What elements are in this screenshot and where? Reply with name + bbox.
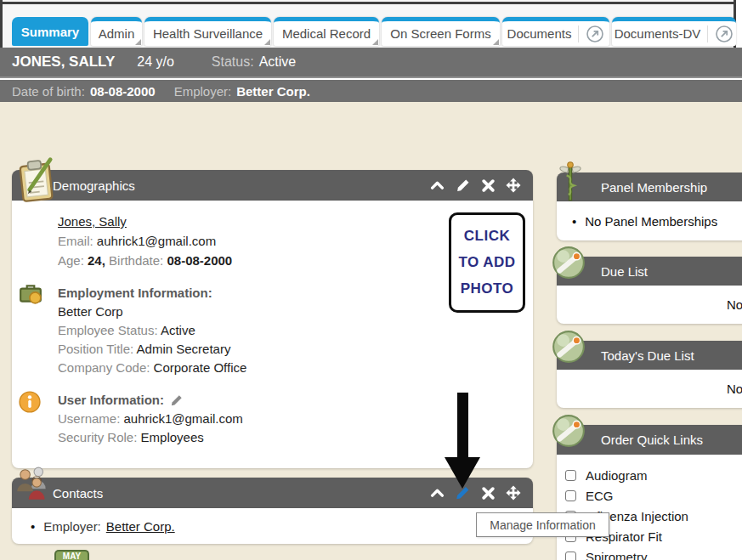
order-quick-links-body: Audiogram ECG Influenza Injection Respir… [557,455,742,560]
submenu-fold-icon [372,39,378,45]
tab-documents-dv[interactable]: Documents-DV [612,17,736,46]
panel-membership-empty-text: No Panel Memberships [585,214,717,229]
photo-line: CLICK [464,228,510,245]
username-label: Username: [58,411,120,426]
demographics-panel-header[interactable]: Demographics [12,170,533,201]
employer-value: Better Corp. [236,84,310,99]
patient-name-link[interactable]: Jones, Sally [58,214,127,229]
move-icon[interactable] [506,178,521,193]
order-item-label: Audiogram [586,468,648,483]
order-item-row: Audiogram [557,465,742,485]
contacts-panel-body: • Employer: Better Corp. [12,508,533,544]
tab-label: Documents-DV [615,26,701,41]
external-link-circle-icon[interactable] [715,25,734,43]
company-code-value: Corporate Office [154,360,247,375]
info-icon [19,391,41,416]
tooltip-text: Manage Information [490,518,596,532]
patient-age: 24 y/o [137,54,174,70]
orb-thermometer-icon [551,245,586,284]
status-label: Status: [212,54,254,70]
bullet: • [31,519,35,534]
birthdate-label: Birthdate: [109,253,163,268]
tab-label: Documents [507,26,572,41]
bullet: • [572,214,576,229]
down-arrow-pointer [441,391,484,495]
checkbox[interactable] [565,552,576,560]
tab-summary[interactable]: Summary [12,17,88,46]
contact-list-item: • Employer: Better Corp. [12,508,533,544]
position-title-value: Admin Secretary [137,342,231,356]
tab-label: Health Surveillance [153,26,263,41]
tooltip: Manage Information [476,512,609,537]
top-border-line [0,2,736,4]
security-role-label: Security Role: [58,430,137,444]
order-item-label: ECG [586,489,614,503]
tab-label: On Screen Forms [390,26,490,41]
patient-header-bar: JONES, SALLY 24 y/o Status: Active [0,48,742,78]
order-item-row: Spirometry [557,546,742,560]
app-window: Summary Admin Health Surveillance Medica… [0,0,742,560]
submenu-fold-icon [264,39,270,45]
username-value: auhrick1@gmail.com [124,411,243,426]
orb-thermometer-icon [551,329,586,368]
tab-label: Admin [99,26,135,41]
clipboard-icon [15,158,58,207]
todays-due-list-empty-text: No [727,370,742,408]
dob-value: 08-08-2000 [90,84,156,99]
todays-due-list-body: No [557,370,742,408]
employee-status-label: Employee Status: [58,323,158,337]
age-value: 24, [88,253,105,268]
briefcase-icon [19,282,42,307]
order-item-label: Spirometry [586,550,648,560]
email-label: Email: [58,234,93,248]
submenu-fold-icon [493,39,499,45]
user-info-heading: User Information: [58,391,164,410]
patient-subheader-bar: Date of birth: 08-08-2000 Employer: Bett… [0,80,742,102]
tab-health-surveillance[interactable]: Health Surveillance [144,17,271,46]
family-icon [14,464,53,508]
external-link-circle-icon[interactable] [586,25,604,43]
company-code-label: Company Code: [58,360,150,375]
checkbox[interactable] [565,470,576,481]
tab-divider [707,25,708,42]
add-photo-button[interactable]: CLICK TO ADD PHOTO [449,212,525,313]
move-icon[interactable] [506,485,521,501]
orb-thermometer-icon [551,413,586,452]
tab-medical-record[interactable]: Medical Record [274,17,379,46]
tab-on-screen-forms[interactable]: On Screen Forms [382,17,500,46]
contact-employer-link[interactable]: Better Corp. [106,519,175,534]
tab-divider [578,25,579,42]
security-role-value: Employees [141,430,204,444]
close-x-icon[interactable] [480,178,496,193]
patient-name: JONES, SALLY [12,54,115,71]
checkbox[interactable] [565,490,576,501]
photo-line: TO ADD [458,254,515,271]
tab-label: Summary [21,25,79,39]
collapse-chevron-icon[interactable] [429,178,445,193]
order-item-row: ECG [557,485,742,506]
status-value: Active [259,54,297,70]
contact-employer-label: Employer: [43,519,101,534]
calendar-month-text: MAY [63,552,81,560]
calendar-month-icon: MAY [54,550,89,560]
birthdate-value: 08-08-2000 [167,253,232,268]
submenu-fold-icon [135,39,141,45]
dob-label: Date of birth: [12,84,85,99]
photo-line: PHOTO [461,280,514,297]
tab-label: Medical Record [282,26,371,41]
position-title-label: Position Title: [58,342,133,356]
age-label: Age: [58,253,84,268]
edit-pencil-icon[interactable] [455,178,470,193]
email-value: auhrick1@gmail.com [97,234,216,248]
tab-admin[interactable]: Admin [91,17,142,46]
panel-actions [429,178,533,193]
due-list-body: No [557,286,742,324]
due-list-empty-text: No [727,286,742,324]
employer-label: Employer: [174,84,232,99]
edit-user-pencil-icon[interactable] [170,394,183,407]
employee-status-value: Active [161,323,195,337]
tab-documents[interactable]: Documents [502,17,609,46]
caduceus-icon [554,160,586,207]
